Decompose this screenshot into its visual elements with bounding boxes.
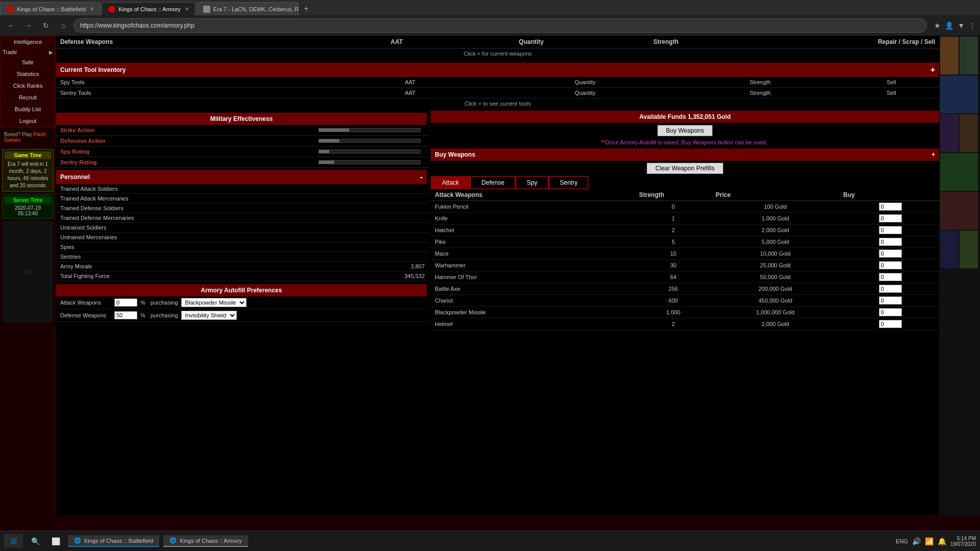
weapon-buy-9[interactable] [839, 307, 941, 318]
weapon-buy-input-10[interactable] [879, 320, 902, 328]
tab-battlefield[interactable]: Kings of Chaos :: Battlefield ✕ [0, 2, 101, 15]
taskbar-date: 19/07/2020 [950, 541, 976, 547]
spy-rating-label: Spy Rating [60, 148, 314, 155]
inventory-plus-btn[interactable]: + [930, 65, 935, 74]
weapon-buy-6[interactable] [839, 271, 941, 283]
bookmark-icon[interactable]: ★ [934, 21, 941, 30]
autofill-attack-pct-input[interactable] [114, 298, 137, 307]
tab-close-armory[interactable]: ✕ [185, 6, 189, 12]
home-btn[interactable]: ⌂ [56, 18, 70, 33]
autofill-attack-select[interactable]: Blackpowder Missile Hatchet Knife Mace W… [181, 298, 247, 307]
taskbar-app-armory[interactable]: 🌐 Kings of Chaos :: Armory [163, 535, 248, 547]
mil-spy-rating: Spy Rating [56, 146, 429, 157]
ad-row-6 [940, 231, 979, 268]
weapon-row-1: Knife 1 1,000 Gold [431, 213, 941, 224]
address-bar[interactable]: https://www.kingsofchaos.com/armory.php [74, 18, 927, 33]
weapon-buy-input-7[interactable] [879, 285, 902, 293]
main-content: Defense Weapons AAT Quantity Strength Re… [56, 36, 939, 515]
sidebar-item-recruit[interactable]: Recruit [1, 92, 55, 104]
sidebar: Intelligence Trade ▶ Safe Statistics Cli… [0, 36, 56, 515]
extensions-icon[interactable]: ▼ [958, 21, 965, 30]
windows-start-btn[interactable]: ⊞ [4, 534, 23, 548]
weapon-price-0: 100 Gold [712, 201, 839, 213]
weapon-buy-8[interactable] [839, 295, 941, 307]
weapon-buy-2[interactable] [839, 224, 941, 236]
weapon-buy-input-3[interactable] [879, 238, 902, 246]
weapon-row-10: Helmet 2 2,000 Gold [431, 318, 941, 330]
weapon-buy-input-6[interactable] [879, 273, 902, 281]
weapon-buy-4[interactable] [839, 248, 941, 260]
menu-icon[interactable]: ⋮ [969, 21, 976, 30]
weapon-name-1: Knife [431, 213, 635, 224]
back-btn[interactable]: ← [4, 18, 18, 33]
personnel-row-1: Trained Attack Mercenaries [56, 194, 429, 204]
tab-close-battlefield[interactable]: ✕ [90, 6, 94, 12]
browser-tabs: Kings of Chaos :: Battlefield ✕ Kings of… [0, 0, 980, 15]
buy-weapons-btn[interactable]: Buy Weapons [657, 125, 713, 136]
weapon-tab-defense[interactable]: Defense [470, 176, 516, 189]
network-icon[interactable]: 📶 [925, 537, 934, 545]
sidebar-item-logout[interactable]: Logout [1, 115, 55, 127]
autofill-row-defense: Defense Weapons % purchasing Invisibilit… [56, 309, 429, 322]
browser-nav: ← → ↻ ⌂ https://www.kingsofchaos.com/arm… [0, 15, 980, 36]
weapon-strength-1: 1 [635, 213, 712, 224]
sidebar-item-safe[interactable]: Safe [1, 57, 55, 68]
sidebar-item-click-ranks[interactable]: Click Ranks [1, 80, 55, 92]
taskbar-app-battlefield-label: Kings of Chaos :: Battlefield [84, 538, 153, 544]
weapon-tab-attack[interactable]: Attack [431, 176, 470, 189]
weapon-buy-input-2[interactable] [879, 226, 902, 234]
inventory-title: Current Tool Inventory [60, 66, 126, 73]
clear-weapon-prefills-btn[interactable]: Clear Weapon Prefills [647, 163, 723, 174]
weapon-price-4: 10,000 Gold [712, 248, 839, 260]
weapon-tab-sentry[interactable]: Sentry [549, 176, 589, 189]
tab-label-armory: Kings of Chaos :: Armory [118, 6, 181, 12]
bored-section: Bored? Play Flash Games [0, 128, 56, 147]
weapon-tab-spy[interactable]: Spy [516, 176, 549, 189]
weapon-buy-0[interactable] [839, 201, 941, 213]
reload-btn[interactable]: ↻ [39, 18, 53, 33]
weapon-buy-1[interactable] [839, 213, 941, 224]
buy-weapons-expand[interactable]: Buy Weapons + [431, 148, 939, 161]
weapon-buy-input-4[interactable] [879, 249, 902, 258]
task-view-btn[interactable]: ⬜ [47, 533, 64, 549]
game-time-section: Game Time Era 7 will end in 1 month, 2 d… [2, 149, 54, 192]
search-taskbar-btn[interactable]: 🔍 [27, 533, 43, 549]
strike-action-label: Strike Action [60, 127, 314, 133]
sidebar-item-statistics[interactable]: Statistics [1, 68, 55, 80]
sentry-tools-label: Sentry Tools [60, 90, 323, 96]
sidebar-nav: Intelligence Trade ▶ Safe Statistics Cli… [0, 36, 56, 128]
taskbar-app-battlefield[interactable]: 🌐 Kings of Chaos :: Battlefield [68, 535, 159, 547]
sidebar-item-buddy-list[interactable]: Buddy List [1, 104, 55, 115]
weapon-buy-3[interactable] [839, 236, 941, 248]
personnel-label-6: Spies [60, 244, 75, 250]
profile-icon[interactable]: 👤 [945, 21, 953, 30]
left-col: Military Effectiveness Strike Action Def… [56, 111, 429, 330]
weapon-buy-7[interactable] [839, 283, 941, 295]
wt-header-price: Price [712, 189, 839, 201]
def-weapons-label: Defense Weapons [60, 38, 329, 45]
autofill-defense-select[interactable]: Invisibility Shield Helmet Shield Armor [181, 311, 237, 320]
weapon-name-5: Warhammer [431, 260, 635, 271]
autofill-header: Armory Autofill Preferences [56, 284, 427, 296]
weapon-buy-input-9[interactable] [879, 308, 902, 316]
weapon-buy-input-8[interactable] [879, 296, 902, 305]
weapon-row-3: Pike 5 5,000 Gold [431, 236, 941, 248]
battery-icon[interactable]: 🔔 [938, 537, 946, 545]
spy-rating-bar [318, 149, 421, 154]
tab-era7[interactable]: Era 7 - LaCN, DEMK, Cerberus, R... ✕ [197, 2, 299, 15]
volume-icon[interactable]: 🔊 [912, 537, 921, 545]
sidebar-item-intelligence[interactable]: Intelligence [1, 36, 55, 48]
tab-armory[interactable]: Kings of Chaos :: Armory ✕ [102, 2, 195, 15]
weapon-buy-10[interactable] [839, 318, 941, 330]
defense-header: Defense Weapons AAT Quantity Strength Re… [56, 36, 939, 48]
weapon-buy-input-0[interactable] [879, 203, 902, 211]
weapon-buy-input-5[interactable] [879, 261, 902, 269]
new-tab-btn[interactable]: + [300, 2, 313, 15]
weapon-buy-5[interactable] [839, 260, 941, 271]
weapon-buy-input-1[interactable] [879, 214, 902, 222]
autofill-defense-pct-input[interactable] [114, 311, 137, 319]
forward-btn[interactable]: → [21, 18, 36, 33]
personnel-minus-btn[interactable]: - [420, 172, 423, 182]
taskbar-app-armory-icon: 🌐 [169, 537, 177, 544]
sidebar-item-trade[interactable]: Trade ▶ [1, 48, 55, 57]
